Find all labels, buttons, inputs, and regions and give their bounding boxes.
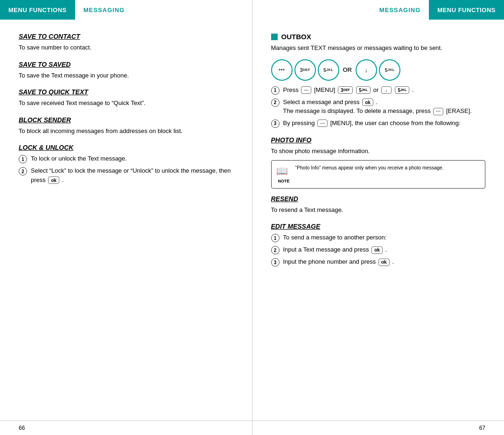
- outbox-step-1: 1 Press ⋯ [MENU] 3DEF 5JKL or ↓ 5JKL .: [271, 85, 486, 95]
- lock-unlock-step2: Select “Lock” to lock the message or “Un…: [31, 166, 233, 184]
- ok-key-edit-3: ok: [378, 259, 390, 266]
- key-row: ••• 3DEF 5JKL OR ↓ 5JKL: [271, 59, 486, 81]
- or-label: OR: [341, 66, 354, 73]
- edit-step3-text: Input the phone number and press ok .: [283, 257, 486, 267]
- ok-down-key: ↓: [356, 59, 377, 81]
- edit-circle-3: 3: [271, 258, 280, 267]
- edit-circle-2: 2: [271, 246, 280, 254]
- key-3def: 3DEF: [294, 59, 316, 81]
- note-box: 📖 NOTE “Photo Info” menus appear only wh…: [271, 160, 486, 189]
- note-book-icon: 📖: [276, 164, 288, 177]
- edit-step2-text: Input a Text message and press ok .: [283, 245, 486, 254]
- right-content: OUTBOX Manages sent TEXT messages or mes…: [252, 20, 504, 421]
- menu-functions-label-right: MENU FUNCTIONS: [429, 0, 504, 20]
- lock-unlock-step1: To lock or unlock the Text message.: [31, 154, 233, 163]
- key-5jkl-2: 5JKL: [379, 59, 400, 81]
- outbox-step1-text: Press ⋯ [MENU] 3DEF 5JKL or ↓ 5JKL .: [283, 85, 486, 95]
- edit-step-2: 2 Input a Text message and press ok .: [271, 245, 486, 254]
- outbox-circle-2: 2: [271, 98, 280, 107]
- right-footer: 67: [252, 421, 504, 435]
- circle-1: 1: [19, 155, 27, 163]
- ok-key-edit-2: ok: [371, 246, 383, 254]
- right-page: MESSAGING MENU FUNCTIONS OUTBOX Manages …: [252, 0, 504, 435]
- resend-title: RESEND: [271, 195, 486, 203]
- ok-key-2: ok: [362, 98, 373, 106]
- ok-key-inline: ok: [48, 176, 59, 184]
- page-number-right: 67: [271, 425, 486, 431]
- resend-body: To resend a Text message.: [271, 205, 486, 215]
- lock-unlock-item-2: 2 Select “Lock” to lock the message or “…: [19, 166, 233, 184]
- nav-key: •••: [271, 59, 293, 81]
- edit-step-3: 3 Input the phone number and press ok .: [271, 257, 486, 267]
- key3-inline: 3DEF: [338, 86, 353, 94]
- key5-inline-1: 5JKL: [356, 86, 371, 94]
- outbox-description: Manages sent TEXT messages or messages w…: [271, 43, 486, 53]
- photo-info-title: PHOTO INFO: [271, 136, 486, 144]
- outbox-step-3: 3 By pressing ⋯ [MENU], the user can cho…: [271, 119, 486, 128]
- save-to-saved-title: SAVE TO SAVED: [19, 61, 233, 68]
- note-label-text: NOTE: [278, 178, 289, 184]
- save-to-quick-text-body: To save received Text message to “Quick …: [19, 98, 233, 108]
- lock-unlock-title: LOCK & UNLOCK: [19, 144, 233, 151]
- down-key-inline: ↓: [381, 86, 392, 94]
- edit-circle-1: 1: [271, 234, 280, 242]
- outbox-title: OUTBOX: [271, 33, 486, 41]
- outbox-square-icon: [271, 34, 278, 40]
- edit-step-1: 1 To send a message to another person:: [271, 233, 486, 242]
- save-to-contact-body: To save number to contact.: [19, 43, 233, 52]
- menu-key-1: ⋯: [301, 86, 311, 94]
- photo-info-body: To show photo message information.: [271, 147, 486, 156]
- edit-message-title: EDIT MESSAGE: [271, 223, 486, 230]
- outbox-step2-text: Select a message and press ok . The mess…: [283, 98, 486, 116]
- note-icon-wrap: 📖 NOTE: [276, 164, 292, 184]
- page-number-left: 66: [19, 425, 233, 431]
- left-content: SAVE TO CONTACT To save number to contac…: [0, 20, 252, 421]
- menu-key-3: ⋯: [317, 119, 328, 127]
- note-text: “Photo Info” menus appear only when you …: [295, 164, 444, 171]
- lock-unlock-item-1: 1 To lock or unlock the Text message.: [19, 154, 233, 163]
- edit-step1-text: To send a message to another person:: [283, 233, 486, 242]
- left-header: MENU FUNCTIONS MESSAGING: [0, 0, 252, 20]
- key-5jkl-1: 5JKL: [318, 59, 339, 81]
- outbox-circle-3: 3: [271, 119, 280, 128]
- left-page: MENU FUNCTIONS MESSAGING SAVE TO CONTACT…: [0, 0, 252, 435]
- outbox-step3-text: By pressing ⋯ [MENU], the user can choos…: [283, 119, 486, 128]
- messaging-label-left: MESSAGING: [75, 0, 133, 20]
- menu-functions-label-left: MENU FUNCTIONS: [0, 0, 75, 20]
- right-header: MESSAGING MENU FUNCTIONS: [252, 0, 504, 20]
- save-to-saved-body: To save the Text message in your phone.: [19, 71, 233, 80]
- left-footer: 66: [0, 421, 252, 435]
- block-sender-body: To block all incoming messages from addr…: [19, 126, 233, 136]
- outbox-step-2: 2 Select a message and press ok . The me…: [271, 98, 486, 116]
- erase-key: ⋯: [433, 108, 443, 115]
- block-sender-title: BLOCK SENDER: [19, 116, 233, 124]
- outbox-circle-1: 1: [271, 86, 280, 95]
- save-to-quick-text-title: SAVE TO QUICK TEXT: [19, 88, 233, 96]
- outbox-title-text: OUTBOX: [281, 33, 311, 41]
- arrow-down-icon: ↓: [365, 67, 368, 73]
- key5-inline-2: 5JKL: [395, 86, 409, 94]
- messaging-label-right: MESSAGING: [371, 0, 429, 20]
- circle-2: 2: [19, 167, 27, 175]
- save-to-contact-title: SAVE TO CONTACT: [19, 33, 233, 40]
